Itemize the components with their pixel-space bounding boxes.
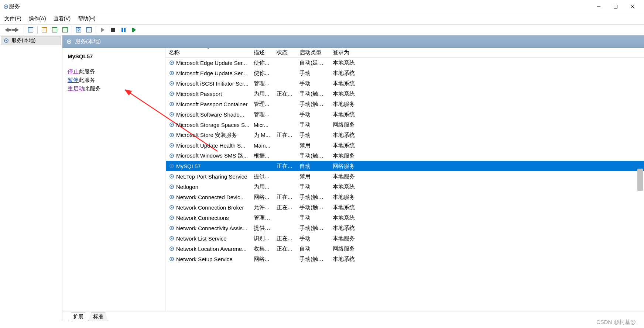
table-row[interactable]: MySQL57正在...自动网络服务: [166, 161, 644, 171]
table-row[interactable]: Microsoft Software Shado...管理...手动本地系统: [166, 109, 644, 120]
table-row[interactable]: Microsoft Storage Spaces S...Micr...手动网络…: [166, 120, 644, 130]
refresh-button[interactable]: [50, 25, 59, 34]
service-name-text: Microsoft iSCSI Initiator Ser...: [176, 80, 249, 87]
cell-logon: 本地系统: [330, 225, 363, 232]
gear-icon: [169, 225, 175, 231]
menu-file[interactable]: 文件(F): [4, 15, 21, 22]
cell-startup: 自动: [297, 163, 330, 170]
service-name-text: Microsoft Passport Container: [176, 101, 247, 107]
show-hide-tree-button[interactable]: [26, 25, 35, 34]
cell-name: Network Connected Devic...: [166, 194, 251, 200]
service-name-text: Network Setup Service: [176, 256, 233, 262]
gear-icon: [169, 215, 175, 221]
tab-standard[interactable]: 标准: [88, 313, 108, 321]
stop-service-link[interactable]: 停止: [68, 68, 79, 75]
cell-status: 正在...: [274, 204, 297, 211]
cell-startup: 手动(触发...: [297, 101, 330, 108]
column-description[interactable]: 描述: [251, 49, 274, 56]
back-button[interactable]: [2, 25, 11, 34]
column-status[interactable]: 状态: [274, 49, 297, 56]
table-row[interactable]: Microsoft Update Health S...Main...禁用本地系…: [166, 140, 644, 151]
table-row[interactable]: Microsoft Windows SMS 路...根据...手动(触发...本…: [166, 151, 644, 161]
svg-point-48: [171, 248, 172, 249]
svg-point-32: [171, 165, 172, 167]
cell-name: Microsoft Passport Container: [166, 101, 251, 107]
tree-node-services-local[interactable]: 服务(本地): [1, 36, 61, 45]
separator: [24, 26, 24, 34]
cell-logon: 本地服务: [330, 235, 363, 242]
cell-description: 识别...: [251, 235, 274, 242]
arrow-right-icon: [15, 28, 19, 32]
help-button[interactable]: ?: [74, 25, 83, 34]
menu-action[interactable]: 操作(A): [29, 15, 46, 22]
gear-icon: [169, 204, 175, 210]
result-pane: 服务(本地) MySQL57 停止此服务 暂停此服务 重启动此服务: [62, 35, 644, 321]
titlebar: 服务: [0, 0, 644, 13]
cell-name: Microsoft Edge Update Ser...: [166, 70, 251, 76]
forward-button[interactable]: [13, 25, 21, 34]
pause-service-button[interactable]: [119, 25, 128, 34]
table-row[interactable]: Microsoft Edge Update Ser...使你...自动(延迟..…: [166, 58, 644, 68]
menu-view[interactable]: 查看(V): [54, 15, 71, 22]
service-name-text: Microsoft Edge Update Ser...: [176, 60, 247, 66]
result-pane-title: 服务(本地): [75, 38, 101, 45]
refresh-icon: [52, 27, 57, 32]
cell-description: 网络...: [251, 194, 274, 201]
cell-name: Network List Service: [166, 235, 251, 242]
tab-extended[interactable]: 扩展: [68, 313, 88, 321]
toolbar: ?: [0, 24, 644, 35]
cell-status: 正在...: [274, 90, 297, 97]
cell-logon: 本地系统: [330, 256, 363, 263]
table-row[interactable]: Network Connectivity Assis...提供 ...手动(触发…: [166, 223, 644, 233]
column-logon-as[interactable]: 登录为: [330, 49, 363, 56]
export-button[interactable]: [61, 25, 69, 34]
gear-icon: [169, 184, 175, 190]
start-service-button[interactable]: [98, 25, 107, 34]
svg-point-44: [171, 227, 172, 229]
table-row[interactable]: Network Connection Broker允许...正在...手动(触发…: [166, 202, 644, 213]
menu-help[interactable]: 帮助(H): [78, 15, 95, 22]
table-row[interactable]: Microsoft Edge Update Ser...使你...手动本地系统: [166, 68, 644, 78]
gear-icon: [169, 153, 175, 159]
cell-description: 根据...: [251, 152, 274, 159]
cell-description: 为用...: [251, 90, 274, 97]
restart-service-link[interactable]: 重启动: [68, 85, 84, 92]
service-list: 名称 描述 状态 启动类型 登录为 Microsoft Edge Update …: [166, 48, 644, 311]
column-name[interactable]: 名称: [166, 49, 251, 56]
minimize-button[interactable]: [590, 1, 607, 13]
scrollbar-thumb[interactable]: [637, 169, 643, 191]
table-row[interactable]: Network Connected Devic...网络...正在...手动(触…: [166, 192, 644, 202]
svg-point-36: [171, 186, 172, 187]
table-row[interactable]: Microsoft iSCSI Initiator Ser...管理...手动本…: [166, 78, 644, 89]
cell-startup: 手动(触发...: [297, 90, 330, 97]
column-startup-type[interactable]: 启动类型: [297, 49, 330, 56]
table-row[interactable]: Microsoft Passport Container管理...手动(触发..…: [166, 99, 644, 109]
restart-service-button[interactable]: [129, 25, 138, 34]
table-row[interactable]: Microsoft Store 安装服务为 M...正在...手动本地系统: [166, 130, 644, 140]
stop-icon: [111, 28, 115, 32]
gear-icon: [169, 132, 175, 138]
properties-button[interactable]: [40, 25, 49, 34]
gear-icon: [169, 70, 175, 76]
list-body[interactable]: Microsoft Edge Update Ser...使你...自动(延迟..…: [166, 58, 644, 311]
console-tree: 服务(本地): [0, 35, 62, 321]
cell-name: Network Connection Broker: [166, 204, 251, 211]
cell-logon: 本地服务: [330, 152, 363, 159]
table-row[interactable]: Net.Tcp Port Sharing Service提供...禁用本地服务: [166, 171, 644, 182]
maximize-button[interactable]: [607, 1, 624, 13]
help-icon: ?: [76, 27, 81, 32]
service-name-text: Microsoft Storage Spaces S...: [176, 122, 249, 128]
table-row[interactable]: Network List Service识别...正在...手动本地服务: [166, 233, 644, 244]
cell-description: 管理...: [251, 80, 274, 87]
table-row[interactable]: Microsoft Passport为用...正在...手动(触发...本地系统: [166, 89, 644, 99]
table-row[interactable]: Network Location Awarene...收集...正在...自动网…: [166, 244, 644, 254]
stop-service-button[interactable]: [109, 25, 117, 34]
table-row[interactable]: Netlogon为用...手动本地系统: [166, 182, 644, 192]
menubar: 文件(F) 操作(A) 查看(V) 帮助(H): [0, 13, 644, 24]
action-pane-button[interactable]: [85, 25, 93, 34]
table-row[interactable]: Network Setup Service网络...手动(触发...本地系统: [166, 254, 644, 264]
table-row[interactable]: Network Connections管理"...手动本地系统: [166, 213, 644, 223]
close-button[interactable]: [624, 1, 641, 13]
pause-service-link[interactable]: 暂停: [68, 77, 79, 83]
cell-status: 正在...: [274, 194, 297, 201]
